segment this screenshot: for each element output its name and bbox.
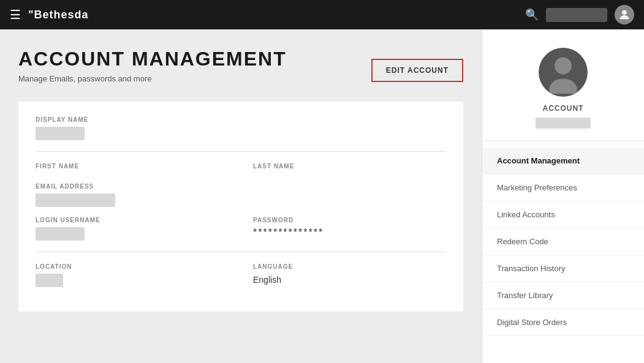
- account-form-card: Display Name First Name Last Name Email …: [18, 102, 463, 312]
- email-field: Email Address: [36, 183, 229, 207]
- sidebar-item-digital-store-orders[interactable]: Digital Store Orders: [482, 309, 644, 336]
- profile-label: Account: [543, 104, 584, 113]
- sidebar-item-account-management[interactable]: Account Management: [482, 148, 644, 174]
- sidebar-item-linked-accounts[interactable]: Linked Accounts: [482, 201, 644, 228]
- sidebar-profile: Account: [482, 29, 644, 141]
- login-username-field: Login Username: [36, 217, 229, 241]
- divider-1: [36, 151, 446, 152]
- email-spacer: [253, 183, 446, 207]
- topnav-right: 🔍: [525, 5, 634, 24]
- profile-name-bar: [536, 118, 591, 129]
- password-label: Password: [253, 217, 446, 223]
- svg-point-2: [555, 58, 572, 75]
- topnav-left: ☰ "Bethesda: [10, 7, 89, 22]
- email-value: [36, 193, 115, 207]
- sidebar-nav: Account Management Marketing Preferences…: [482, 141, 644, 342]
- location-field: Location: [36, 263, 229, 287]
- location-label: Location: [36, 263, 229, 270]
- bethesda-logo: "Bethesda: [28, 9, 89, 21]
- edit-account-button[interactable]: Edit Account: [371, 59, 463, 82]
- top-navigation: ☰ "Bethesda 🔍: [0, 0, 644, 29]
- language-value: English: [253, 274, 446, 286]
- divider-2: [36, 252, 446, 252]
- language-label: Language: [253, 263, 446, 270]
- location-language-row: Location Language English: [36, 263, 446, 287]
- login-username-value: [36, 227, 85, 241]
- sidebar-item-transfer-library[interactable]: Transfer Library: [482, 282, 644, 309]
- search-icon[interactable]: 🔍: [525, 8, 539, 21]
- email-label: Email Address: [36, 183, 229, 190]
- login-row: Login Username Password **************: [36, 217, 446, 241]
- avatar: [539, 48, 588, 97]
- first-name-label: First Name: [36, 163, 229, 170]
- name-row: First Name Last Name: [36, 163, 446, 173]
- sidebar: Account Account Management Marketing Pre…: [482, 29, 644, 363]
- hamburger-icon[interactable]: ☰: [10, 7, 21, 22]
- login-username-label: Login Username: [36, 217, 229, 223]
- svg-point-0: [622, 10, 626, 15]
- account-avatar[interactable]: [615, 5, 634, 24]
- last-name-label: Last Name: [253, 163, 446, 170]
- display-name-label: Display Name: [36, 116, 446, 123]
- display-name-value: [36, 127, 85, 140]
- last-name-field: Last Name: [253, 163, 446, 173]
- page-layout: Account Management Manage Emails, passwo…: [0, 29, 644, 363]
- location-value: [36, 274, 63, 287]
- email-row: Email Address: [36, 183, 446, 207]
- main-content: Account Management Manage Emails, passwo…: [0, 29, 482, 363]
- sidebar-item-transaction-history[interactable]: Transaction History: [482, 255, 644, 282]
- sidebar-item-redeem-code[interactable]: Redeem Code: [482, 228, 644, 255]
- search-input[interactable]: [546, 8, 607, 22]
- language-field: Language English: [253, 263, 446, 287]
- sidebar-item-marketing-preferences[interactable]: Marketing Preferences: [482, 174, 644, 201]
- password-value: **************: [253, 227, 446, 238]
- first-name-field: First Name: [36, 163, 229, 173]
- password-field: Password **************: [253, 217, 446, 241]
- display-name-field: Display Name: [36, 116, 446, 140]
- display-name-row: Display Name: [36, 116, 446, 140]
